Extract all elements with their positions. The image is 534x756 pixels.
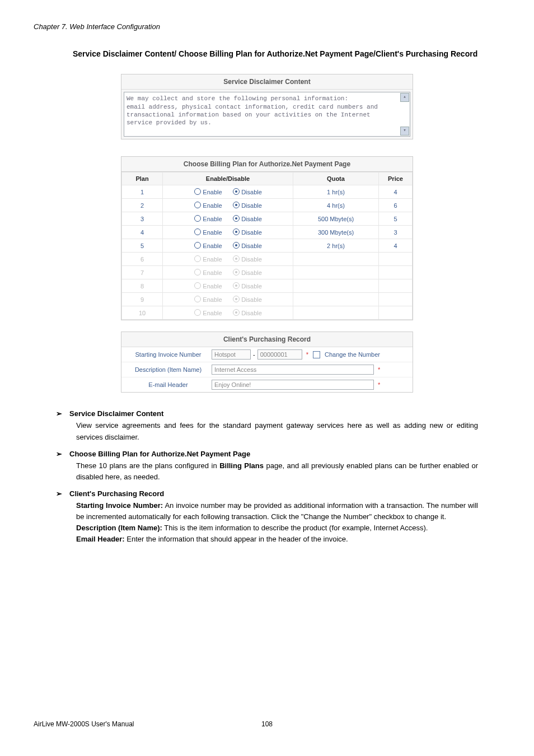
bullet-title: Service Disclaimer Content bbox=[69, 409, 163, 418]
label-starting-invoice: Starting Invoice Number bbox=[125, 351, 212, 358]
change-number-label: Change the Number bbox=[325, 351, 380, 358]
cell-quota bbox=[293, 279, 379, 293]
cell-quota: 1 hr(s) bbox=[293, 185, 379, 199]
cell-quota: 4 hr(s) bbox=[293, 199, 379, 212]
purchasing-record-panel: Client's Purchasing Record Starting Invo… bbox=[121, 332, 413, 393]
radio-disable[interactable]: Disable bbox=[228, 269, 267, 276]
required-star: * bbox=[378, 381, 380, 388]
bullet-arrow-icon: ➢ bbox=[56, 489, 69, 498]
radio-disable[interactable]: Disable bbox=[228, 202, 267, 209]
table-row: 8EnableDisable bbox=[122, 279, 413, 293]
label-email-header: E-mail Header bbox=[125, 381, 212, 388]
bullet-service-disclaimer: ➢ Service Disclaimer Content bbox=[56, 409, 478, 418]
service-disclaimer-title: Service Disclaimer Content bbox=[121, 74, 413, 90]
radio-disable[interactable]: Disable bbox=[228, 188, 267, 195]
col-enable-disable: Enable/Disable bbox=[163, 172, 293, 185]
change-number-checkbox[interactable] bbox=[313, 351, 320, 358]
radio-disable[interactable]: Disable bbox=[228, 255, 267, 263]
table-row: 3EnableDisable500 Mbyte(s)5 bbox=[122, 212, 413, 226]
cell-quota bbox=[293, 293, 379, 306]
cell-price: 3 bbox=[379, 226, 413, 239]
cell-plan: 10 bbox=[122, 306, 163, 320]
table-row: 7EnableDisable bbox=[122, 266, 413, 279]
cell-plan: 4 bbox=[122, 226, 163, 239]
table-row: 6EnableDisable bbox=[122, 253, 413, 266]
service-disclaimer-text: We may collect and store the following p… bbox=[127, 95, 378, 126]
cell-price bbox=[379, 253, 413, 266]
radio-enable[interactable]: Enable bbox=[189, 309, 228, 316]
invoice-dash: - bbox=[253, 351, 255, 358]
table-row: 5EnableDisable2 hr(s)4 bbox=[122, 239, 413, 253]
scroll-up-icon[interactable]: ▴ bbox=[400, 93, 409, 102]
bullet-body: These 10 plans are the plans configured … bbox=[76, 460, 478, 483]
label-description: Description (Item Name) bbox=[125, 366, 212, 373]
radio-enable[interactable]: Enable bbox=[189, 228, 228, 236]
col-quota: Quota bbox=[293, 172, 379, 185]
table-row: 4EnableDisable300 Mbyte(s)3 bbox=[122, 226, 413, 239]
cell-plan: 3 bbox=[122, 212, 163, 226]
footer-left: AirLive MW-2000S User's Manual bbox=[34, 720, 134, 728]
radio-disable[interactable]: Disable bbox=[228, 215, 267, 222]
radio-enable[interactable]: Enable bbox=[189, 188, 228, 195]
cell-plan: 2 bbox=[122, 199, 163, 212]
bullet-body: Starting Invoice Number: An invoice numb… bbox=[76, 500, 478, 545]
col-price: Price bbox=[379, 172, 413, 185]
radio-enable[interactable]: Enable bbox=[189, 202, 228, 209]
bullet-billing-plan: ➢ Choose Billing Plan for Authorize.Net … bbox=[56, 450, 478, 458]
invoice-prefix-input[interactable] bbox=[212, 349, 251, 360]
billing-plan-table: Plan Enable/Disable Quota Price 1EnableD… bbox=[121, 172, 413, 320]
radio-enable[interactable]: Enable bbox=[189, 269, 228, 276]
col-plan: Plan bbox=[122, 172, 163, 185]
cell-plan: 6 bbox=[122, 253, 163, 266]
cell-quota: 300 Mbyte(s) bbox=[293, 226, 379, 239]
email-header-input[interactable] bbox=[212, 380, 374, 390]
cell-plan: 1 bbox=[122, 185, 163, 199]
row-description: Description (Item Name) * bbox=[121, 362, 413, 377]
cell-price: 6 bbox=[379, 199, 413, 212]
cell-quota bbox=[293, 306, 379, 320]
cell-plan: 7 bbox=[122, 266, 163, 279]
radio-disable[interactable]: Disable bbox=[228, 282, 267, 290]
cell-price bbox=[379, 279, 413, 293]
chapter-heading: Chapter 7. Web Interface Configuration bbox=[34, 22, 500, 31]
bullet-arrow-icon: ➢ bbox=[56, 450, 69, 458]
table-row: 10EnableDisable bbox=[122, 306, 413, 320]
table-row: 9EnableDisable bbox=[122, 293, 413, 306]
radio-enable[interactable]: Enable bbox=[189, 296, 228, 303]
service-disclaimer-textarea[interactable]: We may collect and store the following p… bbox=[124, 92, 410, 137]
cell-price: 4 bbox=[379, 185, 413, 199]
radio-disable[interactable]: Disable bbox=[228, 228, 267, 236]
invoice-number-input[interactable] bbox=[257, 349, 302, 360]
radio-disable[interactable]: Disable bbox=[228, 309, 267, 316]
cell-quota: 500 Mbyte(s) bbox=[293, 212, 379, 226]
description-input[interactable] bbox=[212, 365, 374, 375]
cell-quota: 2 hr(s) bbox=[293, 239, 379, 253]
section-title: Service Disclaimer Content/ Choose Billi… bbox=[73, 48, 500, 60]
radio-enable[interactable]: Enable bbox=[189, 255, 228, 263]
required-star: * bbox=[378, 366, 380, 373]
radio-enable[interactable]: Enable bbox=[189, 215, 228, 222]
table-row: 1EnableDisable1 hr(s)4 bbox=[122, 185, 413, 199]
cell-plan: 5 bbox=[122, 239, 163, 253]
required-star: * bbox=[306, 351, 308, 358]
cell-quota bbox=[293, 266, 379, 279]
cell-price bbox=[379, 306, 413, 320]
bullet-title: Client's Purchasing Record bbox=[69, 489, 164, 498]
bullet-purchasing-record: ➢ Client's Purchasing Record bbox=[56, 489, 478, 498]
radio-disable[interactable]: Disable bbox=[228, 242, 267, 249]
bullet-body: View service agreements and fees for the… bbox=[76, 420, 478, 442]
bullet-title: Choose Billing Plan for Authorize.Net Pa… bbox=[69, 450, 250, 458]
radio-enable[interactable]: Enable bbox=[189, 242, 228, 249]
billing-plan-panel: Choose Billing Plan for Authorize.Net Pa… bbox=[121, 156, 413, 320]
billing-plan-title: Choose Billing Plan for Authorize.Net Pa… bbox=[121, 157, 413, 172]
table-row: 2EnableDisable4 hr(s)6 bbox=[122, 199, 413, 212]
cell-price: 5 bbox=[379, 212, 413, 226]
scroll-down-icon[interactable]: ▾ bbox=[400, 127, 409, 136]
service-disclaimer-panel: Service Disclaimer Content We may collec… bbox=[121, 74, 413, 139]
cell-plan: 9 bbox=[122, 293, 163, 306]
cell-plan: 8 bbox=[122, 279, 163, 293]
radio-enable[interactable]: Enable bbox=[189, 282, 228, 290]
radio-disable[interactable]: Disable bbox=[228, 296, 267, 303]
row-starting-invoice: Starting Invoice Number - * Change the N… bbox=[121, 347, 413, 362]
row-email-header: E-mail Header * bbox=[121, 377, 413, 392]
